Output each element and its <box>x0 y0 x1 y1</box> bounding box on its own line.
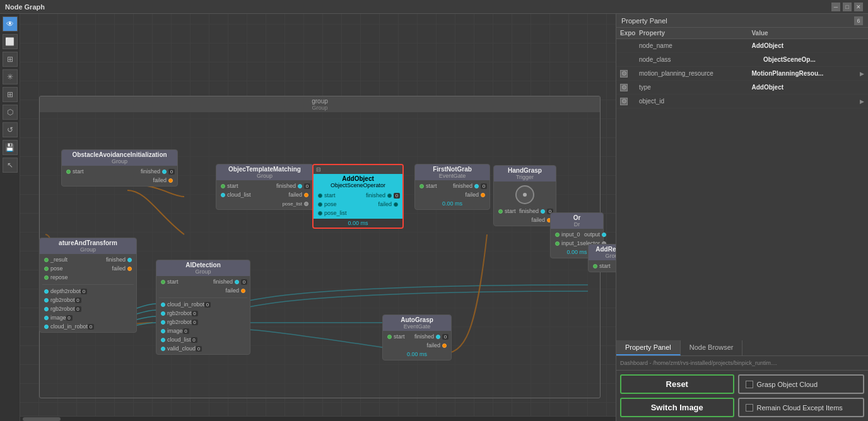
grasp-cloud-checkbox[interactable] <box>746 381 753 388</box>
bottom-button-row: Switch Image Remain Cloud Except Items <box>620 398 864 417</box>
prop-row-object-id[interactable]: ⚙ object_id ▶ <box>616 95 868 108</box>
type-expo: ⚙ <box>620 84 639 91</box>
layers-icon[interactable]: ⊞ <box>3 52 18 67</box>
bottom-buttons-area: Reset Grasp Object Cloud Switch Image Re… <box>616 371 868 421</box>
addremain-header: AddRemain Group <box>589 245 616 260</box>
prop-row-node-class: node_class ObjectSceneOp... <box>616 53 868 67</box>
feature-node-header: atureAndTransform Group <box>40 238 136 254</box>
obstacle-node-header: ObstacleAvoidanceInitialization Group <box>62 150 177 166</box>
property-panel-title: Property Panel <box>621 17 667 25</box>
maximize-button[interactable]: □ <box>843 3 852 11</box>
main-layout: 👁 ⬜ ⊞ ✳ ⊞ ⬡ ↺ 💾 ↖ <box>0 14 868 421</box>
panel-expand-button[interactable]: 6 <box>854 16 863 25</box>
save-icon[interactable]: 💾 <box>3 140 18 155</box>
objectid-arrow-icon: ▶ <box>860 98 864 105</box>
gear-icon: ⚙ <box>621 70 627 77</box>
graph-scrollbar[interactable] <box>20 416 616 421</box>
graph-background: group Group ObstacleAvoidanceInitializat… <box>20 14 616 421</box>
reset-button[interactable]: Reset <box>620 374 734 394</box>
auto-grasp-node[interactable]: AutoGrasp EventGate start finished0 fail… <box>382 314 452 360</box>
node-browser-path-area: Dashboard - /home/zmt/rvs-installed/proj… <box>616 356 868 371</box>
start-port: start <box>64 167 84 176</box>
remain-cloud-checkbox[interactable] <box>746 404 753 412</box>
minimize-button[interactable]: ─ <box>831 3 840 11</box>
refresh-icon[interactable]: ↺ <box>3 122 18 137</box>
scrollbar-thumb[interactable] <box>23 417 61 421</box>
failed-dot <box>168 178 173 183</box>
add-object-body: start pose pose_list finished0 failed <box>314 190 402 219</box>
first-not-grab-node[interactable]: FirstNotGrab EventGate start finished0 f… <box>414 164 490 210</box>
prop-row-motion-planning[interactable]: ⚙ motion_planning_resource MotionPlannin… <box>616 67 868 81</box>
feat-failed-port: failed <box>106 264 134 273</box>
motion-expo-icon[interactable]: ⚙ <box>620 70 628 78</box>
tab-node-browser[interactable]: Node Browser <box>681 340 743 355</box>
template-matching-node[interactable]: ObjecTemplateMatching Group start cloud_… <box>216 164 314 210</box>
grasp-cloud-button[interactable]: Grasp Object Cloud <box>738 374 865 394</box>
handgrasp-header: HandGrasp Trigger <box>494 166 556 182</box>
feat-failed-dot <box>127 267 132 271</box>
hand-grasp-node[interactable]: HandGrasp Trigger start finishe <box>493 165 556 226</box>
prop-row-type[interactable]: ⚙ type AddObject <box>616 81 868 95</box>
expo-column-header: Expo <box>620 30 639 37</box>
template-node-header: ObjecTemplateMatching Group <box>216 164 313 180</box>
top-button-row: Reset Grasp Object Cloud <box>620 374 864 394</box>
remain-cloud-button[interactable]: Remain Cloud Except Items <box>738 398 865 417</box>
close-button[interactable]: ✕ <box>854 3 863 11</box>
autograsp-header: AutoGrasp EventGate <box>383 315 451 331</box>
repose-port: repose <box>42 273 68 282</box>
feature-node-body: _result pose repose <box>40 254 136 332</box>
cursor-icon[interactable]: ↖ <box>3 158 18 173</box>
template-node-body: start cloud_list finished0 failed pose_l… <box>216 180 313 209</box>
prop-table-header: Expo Property Value <box>616 28 868 39</box>
right-panel: Property Panel 6 Expo Property Value nod… <box>616 14 868 421</box>
tab-property-panel[interactable]: Property Panel <box>616 340 681 355</box>
add-object-topbar: ⊟ <box>314 165 402 174</box>
node-graph-canvas[interactable]: group Group ObstacleAvoidanceInitializat… <box>20 14 616 421</box>
pose-dot <box>44 267 49 271</box>
switch-image-button[interactable]: Switch Image <box>620 398 734 417</box>
window-controls[interactable]: ─ □ ✕ <box>831 3 863 11</box>
add-remain-node[interactable]: AddRemain Group start <box>588 244 616 272</box>
node-graph-topbar: Node Graph ─ □ ✕ <box>0 0 868 14</box>
ai-extra-ports: cloud_in_robot0 rgb2robot0 rgb2robot0 im… <box>159 297 247 353</box>
failed-port: failed <box>141 176 175 185</box>
pose-port: pose <box>42 264 68 273</box>
prop-row-node-name: node_name AddObject <box>616 39 868 53</box>
firstnotgrab-header: FirstNotGrab EventGate <box>415 164 490 180</box>
asterisk-icon[interactable]: ✳ <box>3 69 18 84</box>
handgrasp-dial <box>515 185 534 204</box>
objectid-expo: ⚙ <box>620 98 639 105</box>
ai-node-header: AIDetection Group <box>156 260 250 276</box>
frame-icon[interactable]: ⬜ <box>3 34 18 49</box>
type-expo-icon[interactable]: ⚙ <box>620 84 628 91</box>
finished-port: finished 0 <box>141 167 175 176</box>
obstacle-node-body: start finished 0 failed <box>62 166 177 186</box>
motion-arrow-icon: ▶ <box>860 71 864 77</box>
objectid-expo-icon[interactable]: ⚙ <box>620 98 628 105</box>
repose-dot <box>44 275 49 280</box>
autograsp-body: start finished0 failed 0.00 ms <box>383 331 451 360</box>
grid-icon[interactable]: ⊞ <box>3 87 18 102</box>
connect-icon[interactable]: ⬡ <box>3 105 18 120</box>
obstacle-avoidance-node[interactable]: ObstacleAvoidanceInitialization Group st… <box>61 149 178 187</box>
start-dot <box>66 170 71 174</box>
add-object-header: AddObject ObjectSceneOperator <box>314 174 402 190</box>
node-graph-title: Node Graph <box>5 3 45 11</box>
feature-extra-ports: depth2robot0 rgb2robot0 rgb2robot0 image… <box>42 284 134 331</box>
firstnotgrab-body: start finished0 failed 0.00 ms <box>415 180 490 209</box>
panel-top-controls[interactable]: 6 <box>854 16 863 25</box>
feature-transform-node[interactable]: atureAndTransform Group _result pose <box>39 238 137 333</box>
panel-tabs: Property Panel Node Browser <box>616 340 868 356</box>
feat-finished-port: finished <box>106 255 134 264</box>
add-object-timer: 0.00 ms <box>314 219 402 228</box>
add-object-node[interactable]: ⊟ AddObject ObjectSceneOperator start po… <box>312 164 404 229</box>
addremain-body: start <box>589 260 616 272</box>
group-label: group Group <box>40 96 600 112</box>
ai-detection-node[interactable]: AIDetection Group start finished0 failed <box>156 260 250 355</box>
node-browser-path: Dashboard - /home/zmt/rvs-installed/proj… <box>620 360 864 366</box>
objectid-gear-icon: ⚙ <box>621 98 627 105</box>
finished-dot <box>162 170 167 174</box>
property-column-header: Property <box>639 30 752 37</box>
eye-icon[interactable]: 👁 <box>3 16 18 32</box>
handgrasp-body: start finished0 failed <box>494 182 556 226</box>
